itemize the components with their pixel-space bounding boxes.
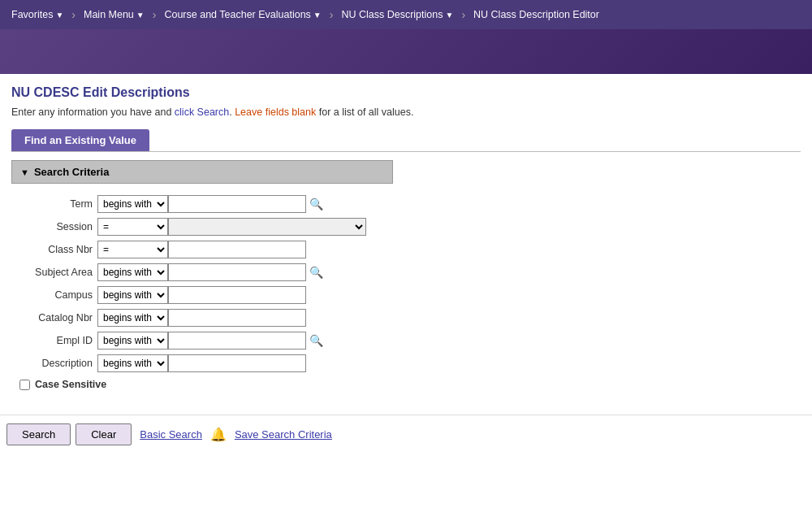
session-select[interactable] — [168, 218, 366, 236]
instruction-text: Enter any information you have and click… — [11, 106, 801, 118]
subject-area-row: Subject Area begins with = not = contain… — [19, 263, 801, 281]
description-input[interactable] — [168, 354, 306, 372]
instruction-plain: Enter any information you have and — [11, 106, 175, 118]
instruction-end: for a list of all values. — [316, 106, 413, 118]
campus-operator[interactable]: begins with = not = contains ends with — [97, 286, 168, 304]
empl-id-label: Empl ID — [19, 335, 93, 346]
course-teacher-dropdown-arrow: ▼ — [313, 11, 322, 20]
nav-item-favorites[interactable]: Favorites ▼ — [6, 9, 68, 20]
case-sensitive-label: Case Sensitive — [35, 379, 106, 390]
nav-separator-3: › — [326, 8, 337, 21]
class-nbr-input[interactable] — [168, 241, 306, 258]
empl-id-row: Empl ID begins with = not = contains end… — [19, 332, 801, 350]
nav-separator-4: › — [458, 8, 469, 21]
nu-class-descriptions-dropdown-arrow: ▼ — [445, 11, 453, 20]
description-label: Description — [19, 358, 93, 369]
collapse-arrow-icon: ▼ — [20, 167, 29, 177]
subject-area-operator[interactable]: begins with = not = contains ends with — [97, 263, 168, 281]
term-operator[interactable]: begins with = not = contains ends with — [97, 195, 168, 213]
instruction-leave-blank: Leave fields blank — [235, 106, 316, 118]
campus-label: Campus — [19, 289, 93, 301]
case-sensitive-row: Case Sensitive — [19, 379, 801, 390]
class-nbr-operator[interactable]: = begins with not = contains — [97, 241, 168, 258]
favorites-dropdown-arrow: ▼ — [55, 11, 63, 20]
term-lookup-icon[interactable]: 🔍 — [309, 198, 323, 211]
search-criteria-label: Search Criteria — [34, 166, 110, 178]
catalog-nbr-operator[interactable]: begins with = not = contains ends with — [97, 309, 168, 327]
main-menu-dropdown-arrow: ▼ — [136, 11, 145, 20]
main-content: NU CDESC Edit Descriptions Enter any inf… — [0, 74, 812, 398]
nav-item-main-menu[interactable]: Main Menu ▼ — [79, 9, 149, 20]
catalog-nbr-label: Catalog Nbr — [19, 312, 93, 323]
description-operator[interactable]: begins with = not = contains ends with — [97, 354, 168, 372]
nav-bar: Favorites ▼ › Main Menu ▼ › Course and T… — [0, 0, 812, 29]
tabs-row: Find an Existing Value — [11, 129, 801, 151]
search-button[interactable]: Search — [6, 423, 71, 445]
class-nbr-row: Class Nbr = begins with not = contains — [19, 241, 801, 258]
term-row: Term begins with = not = contains ends w… — [19, 195, 801, 213]
catalog-nbr-input[interactable] — [168, 309, 306, 327]
subject-area-input[interactable] — [168, 263, 306, 281]
basic-search-button[interactable]: Basic Search — [140, 428, 202, 441]
class-nbr-label: Class Nbr — [19, 244, 93, 255]
search-form: Term begins with = not = contains ends w… — [19, 195, 801, 372]
nav-item-course-teacher[interactable]: Course and Teacher Evaluations ▼ — [159, 9, 326, 20]
clear-button[interactable]: Clear — [76, 423, 132, 445]
instruction-click-search: click Search — [175, 106, 229, 118]
nav-separator-1: › — [68, 8, 79, 21]
buttons-row: Search Clear Basic Search 🔔 Save Search … — [0, 415, 812, 454]
subject-area-label: Subject Area — [19, 267, 93, 278]
catalog-nbr-row: Catalog Nbr begins with = not = contains… — [19, 309, 801, 327]
case-sensitive-checkbox[interactable] — [19, 380, 30, 390]
nav-separator-2: › — [149, 8, 160, 21]
nav-item-nu-class-description-editor[interactable]: NU Class Description Editor — [469, 9, 604, 20]
empl-id-input[interactable] — [168, 332, 306, 350]
subject-area-lookup-icon[interactable]: 🔍 — [309, 266, 323, 279]
empl-id-lookup-icon[interactable]: 🔍 — [309, 334, 323, 347]
session-operator[interactable]: = begins with not = contains — [97, 218, 168, 236]
notify-icon[interactable]: 🔔 — [210, 427, 227, 442]
search-criteria-header[interactable]: ▼ Search Criteria — [11, 160, 393, 184]
tab-divider — [11, 151, 801, 152]
page-title: NU CDESC Edit Descriptions — [11, 85, 801, 100]
campus-input[interactable] — [168, 286, 306, 304]
save-search-criteria-button[interactable]: Save Search Criteria — [235, 428, 332, 441]
nav-item-nu-class-descriptions[interactable]: NU Class Descriptions ▼ — [336, 9, 458, 20]
term-input[interactable] — [168, 195, 306, 213]
description-row: Description begins with = not = contains… — [19, 354, 801, 372]
session-label: Session — [19, 221, 93, 232]
session-row: Session = begins with not = contains — [19, 218, 801, 236]
tab-find-existing-value[interactable]: Find an Existing Value — [11, 129, 149, 151]
campus-row: Campus begins with = not = contains ends… — [19, 286, 801, 304]
term-label: Term — [19, 198, 93, 210]
banner — [0, 29, 812, 74]
empl-id-operator[interactable]: begins with = not = contains ends with — [97, 332, 168, 350]
